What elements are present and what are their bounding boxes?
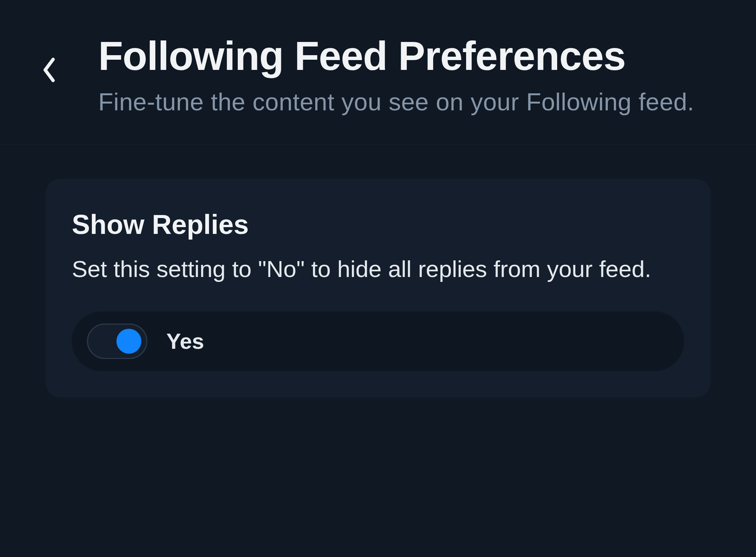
card-description: Set this setting to "No" to hide all rep… (72, 253, 684, 285)
toggle-label: Yes (166, 328, 204, 354)
page-header: Following Feed Preferences Fine-tune the… (0, 0, 756, 145)
back-button[interactable] (34, 55, 64, 85)
content-area: Show Replies Set this setting to "No" to… (0, 145, 756, 398)
chevron-left-icon (41, 57, 57, 83)
show-replies-toggle[interactable] (87, 323, 147, 359)
show-replies-card: Show Replies Set this setting to "No" to… (45, 179, 711, 398)
card-title: Show Replies (72, 209, 684, 240)
toggle-row: Yes (72, 311, 684, 371)
toggle-knob (116, 329, 141, 354)
page-subtitle: Fine-tune the content you see on your Fo… (98, 86, 733, 118)
page-title: Following Feed Preferences (98, 34, 733, 79)
header-text: Following Feed Preferences Fine-tune the… (98, 34, 733, 118)
